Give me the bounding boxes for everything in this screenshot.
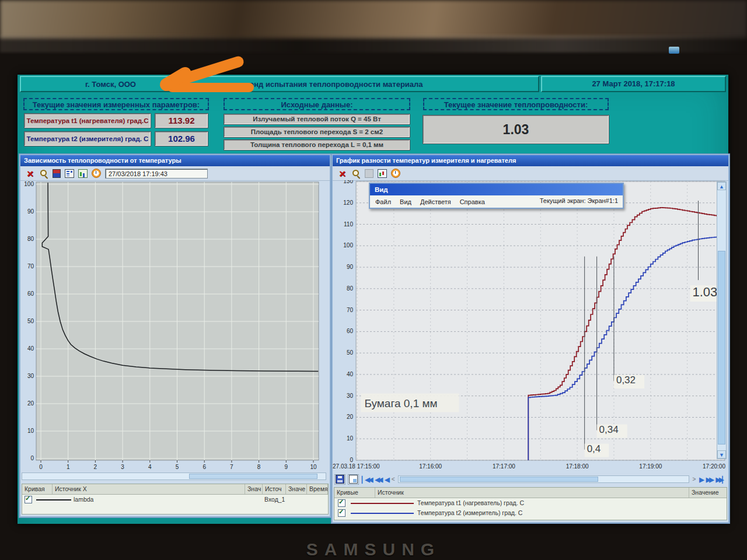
clock-icon[interactable] [92, 169, 101, 178]
y-tick-label: 90 [347, 264, 354, 270]
cursor-value-label: 0,32 [616, 374, 636, 386]
source-row-s: Площадь теплового перехода S = 2 см2 [224, 127, 410, 138]
y-tick-label: 0 [350, 457, 353, 463]
temp-plot-area [356, 181, 725, 460]
legend-icon[interactable] [53, 169, 61, 178]
menu-actions[interactable]: Действетя [420, 198, 451, 205]
zoom-icon[interactable] [39, 169, 48, 178]
grid-icon[interactable] [365, 169, 374, 178]
x-tick-label: 9 [285, 464, 288, 470]
col-curves: Кривые [334, 488, 375, 498]
x-tick-label: 17:16:00 [419, 463, 442, 470]
monitor-brand-text: SAMSUNG [0, 540, 747, 559]
vscrollbar-thumb[interactable] [718, 251, 725, 444]
x-tick-label: 6 [203, 464, 206, 470]
datetime-bar: 27 Март 2018, 17:17:18 [541, 76, 726, 92]
t1-label: Температура t1 (нагревателя) град.С [24, 113, 151, 128]
y-tick-label: 70 [27, 263, 34, 270]
close-icon[interactable] [26, 169, 35, 178]
temp-chart-canvas[interactable]: 010203040506070809010011012013027.03.18 … [333, 180, 726, 472]
chart-timestamp-field[interactable]: 27/03/2018 17:19:43 [105, 169, 208, 178]
t1-value: 113.92 [155, 113, 208, 128]
skip-start-icon[interactable]: ▏◀◀ [362, 475, 371, 484]
temp-chart-window: График разности температур измерителя и … [331, 154, 729, 523]
fast-back-icon[interactable]: ◀◀ [375, 475, 381, 484]
disk-icon[interactable] [336, 475, 344, 484]
temp-chart-titlebar: График разности температур измерителя и … [333, 155, 728, 166]
main-title-bar: г. Томск, ООО енд испытания теплопроводн… [20, 76, 539, 92]
menu-help[interactable]: Справка [460, 198, 485, 205]
hscrollbar-thumb[interactable] [189, 474, 317, 479]
trend-hscrollbar[interactable] [398, 475, 690, 483]
y-tick-label: 110 [344, 221, 353, 228]
col-value: Значение [689, 488, 727, 498]
trend-hscrollbar-thumb[interactable] [400, 477, 598, 482]
t1-visibility-checkbox[interactable] [338, 499, 345, 507]
conductivity-title: Текущее значение теплопроводности: [423, 98, 609, 110]
lambda-chart-hscrollbar[interactable] [22, 473, 326, 480]
view-window-titlebar[interactable]: Вид [370, 184, 623, 195]
application-screen: г. Томск, ООО енд испытания теплопроводн… [18, 75, 728, 524]
x-tick-label: 17:18:00 [566, 463, 589, 470]
y-tick-label: 40 [347, 371, 354, 377]
y-tick-label: 100 [343, 242, 353, 249]
view-window-menubar: Файл Вид Действетя Справка Текущий экран… [370, 195, 623, 208]
col-source: Источ [263, 484, 286, 494]
layout-icon[interactable] [349, 475, 358, 484]
menu-file[interactable]: Файл [375, 198, 391, 205]
lambda-chart-canvas[interactable]: 0102030405060708090100012345678910 [20, 180, 327, 471]
temp-chart-vscrollbar[interactable]: ▲ ▼ [717, 181, 727, 459]
clock-icon[interactable] [391, 169, 400, 178]
col-source-x: Источник X [53, 484, 245, 494]
chart-add-icon[interactable] [78, 169, 88, 178]
forward-icon[interactable]: ▶ [699, 475, 702, 484]
photo-background [0, 0, 747, 38]
lambda-visibility-checkbox[interactable] [25, 496, 32, 503]
y-tick-label: 90 [27, 208, 34, 215]
layout-icon-button[interactable] [348, 474, 359, 485]
scroll-down-icon[interactable]: ▼ [717, 450, 726, 459]
lambda-chart-titlebar: Зависимость теплопроводности от температ… [20, 155, 330, 166]
x-tick-label: 1 [67, 464, 70, 470]
panel-icon[interactable] [65, 169, 74, 178]
title-city-text: г. Томск, ООО [85, 80, 136, 89]
scroll-left-icon[interactable]: < [392, 475, 395, 484]
lambda-chart-toolbar: 27/03/2018 17:19:43 [20, 166, 330, 181]
lambda-legend-row: lambda Вход_1 [22, 495, 328, 505]
measured-params-panel: Текущие значения измеренных параметров: … [20, 96, 212, 150]
skip-end-icon[interactable]: ▶▶▏ [716, 475, 725, 484]
y-tick-label: 10 [347, 435, 354, 442]
datetime-text: 27 Март 2018, 17:17:18 [592, 79, 675, 88]
view-window: Вид Файл Вид Действетя Справка Текущий э… [369, 183, 624, 209]
x-tick-label: 5 [176, 464, 179, 470]
lambda-legend-header: Кривая Источник X Знач Источ Значе Время [22, 484, 328, 495]
back-icon[interactable]: ◀ [385, 475, 388, 484]
source-row-q: Излучаемый тепловой поток Q = 45 Вт [224, 114, 410, 125]
col-curve: Кривая [22, 484, 53, 494]
trend-navigation-bar: ▏◀◀◀◀◀< >▶▶▶▶▶▏ [334, 474, 725, 485]
paper-note-label: Бумага 0,1 мм [364, 397, 437, 410]
x-tick-label: 17:20:00 [703, 463, 725, 470]
menu-view[interactable]: Вид [400, 198, 411, 205]
scroll-up-icon[interactable]: ▲ [717, 182, 726, 190]
col-source: Источник [375, 488, 689, 498]
y-tick-label: 80 [347, 285, 354, 292]
scroll-right-icon[interactable]: > [692, 475, 696, 484]
y-tick-label: 40 [27, 345, 34, 352]
chart-icon[interactable] [378, 169, 387, 178]
y-tick-label: 10 [27, 428, 34, 434]
y-tick-label: 120 [343, 200, 353, 206]
col-val2: Значе [286, 484, 307, 494]
y-tick-label: 80 [27, 236, 34, 242]
t2-visibility-checkbox[interactable] [338, 509, 345, 517]
close-icon[interactable] [338, 169, 347, 178]
t2-value: 102.96 [155, 131, 208, 146]
zoom-icon[interactable] [351, 169, 361, 178]
fast-forward-icon[interactable]: ▶▶ [706, 475, 713, 484]
cursor-value-label: 0,4 [587, 443, 601, 454]
source-data-panel: Исходные данные: Излучаемый тепловой пот… [220, 96, 414, 150]
disk-icon-button[interactable] [334, 474, 345, 485]
conductivity-value: 1.03 [423, 115, 609, 144]
t1-series-name: Температура t1 (нагреватель) град. С [417, 499, 524, 506]
t1-legend-row: Температура t1 (нагреватель) град. С [334, 498, 727, 508]
